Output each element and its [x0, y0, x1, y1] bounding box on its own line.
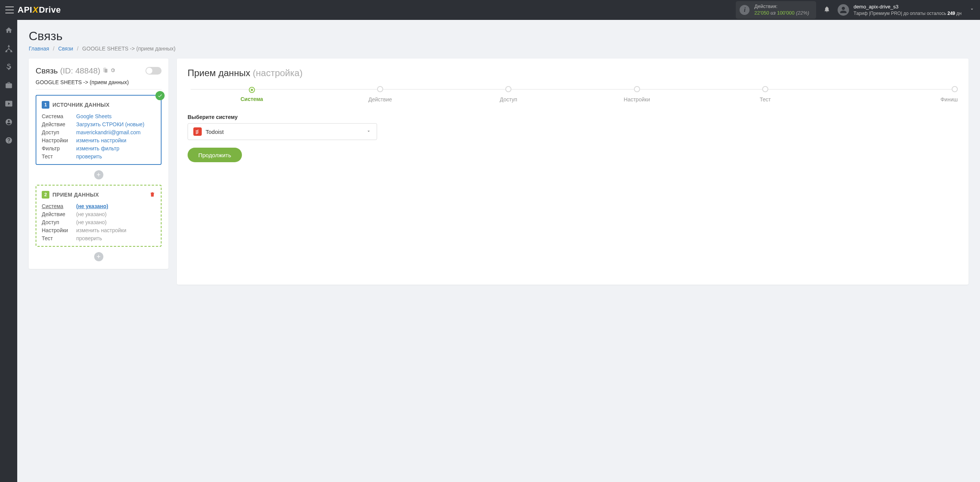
actions-used: 22'050: [754, 10, 769, 16]
dst-title: ПРИЕМ ДАННЫХ: [52, 192, 99, 198]
step-access[interactable]: Доступ: [444, 86, 573, 103]
system-select[interactable]: Todoist: [188, 123, 377, 140]
nav-briefcase-icon[interactable]: [0, 79, 17, 92]
logo[interactable]: APIXDrive: [18, 5, 61, 15]
nav-billing-icon[interactable]: [0, 60, 17, 73]
config-panel: Прием данных (настройка) Система Действи…: [177, 59, 969, 285]
user-menu[interactable]: demo_apix-drive_s3 Тариф |Премиум PRO| д…: [838, 3, 975, 16]
dst-system-value[interactable]: (не указано): [76, 203, 108, 209]
avatar-icon: [838, 4, 849, 16]
source-block: 1 ИСТОЧНИК ДАННЫХ Система Google Sheets …: [36, 95, 162, 165]
crumb-links[interactable]: Связи: [58, 46, 73, 52]
actions-total: 100'000: [777, 10, 795, 16]
step-finish[interactable]: Финиш: [830, 86, 958, 103]
panel-title-text: Связь: [36, 66, 58, 75]
system-select-value: Todoist: [206, 129, 362, 135]
src-action-value[interactable]: Загрузить СТРОКИ (новые): [76, 121, 144, 127]
dst-system-label: Система: [42, 203, 76, 209]
system-select-label: Выберите систему: [188, 114, 958, 120]
source-num: 1: [42, 101, 49, 109]
dst-action-value: (не указано): [76, 211, 155, 217]
notifications-icon[interactable]: [820, 6, 834, 15]
info-icon: i: [740, 5, 750, 15]
page-title: Связь: [29, 29, 969, 43]
chevron-down-icon: [366, 129, 371, 135]
actions-pct: (22%): [796, 10, 809, 16]
dst-access-label: Доступ: [42, 219, 76, 225]
nav-help-icon[interactable]: [0, 134, 17, 147]
continue-button[interactable]: Продолжить: [188, 148, 242, 162]
delete-icon[interactable]: [149, 191, 155, 199]
copy-icon[interactable]: [103, 67, 108, 74]
src-access-value[interactable]: maverickandrii@gmail.com: [76, 129, 140, 135]
step-system[interactable]: Система: [188, 86, 316, 102]
logo-x: X: [32, 5, 39, 15]
check-icon: [155, 91, 165, 100]
nav-video-icon[interactable]: [0, 97, 17, 110]
logo-text-post: Drive: [39, 5, 61, 15]
src-filter-label: Фильтр: [42, 145, 76, 151]
step-tracker: Система Действие Доступ Настройки Тест Ф…: [188, 86, 958, 103]
nav-profile-icon[interactable]: [0, 116, 17, 129]
user-name: demo_apix-drive_s3: [854, 3, 962, 10]
menu-toggle[interactable]: [5, 7, 14, 13]
gear-icon[interactable]: [110, 67, 116, 74]
connection-panel: Связь (ID: 48848) GOOGLE SHEETS -> (прие…: [29, 59, 168, 269]
src-access-label: Доступ: [42, 129, 76, 135]
actions-counter[interactable]: i Действия: 22'050 из 100'000 (22%): [736, 1, 816, 19]
step-test[interactable]: Тест: [701, 86, 829, 103]
actions-label: Действия:: [754, 3, 809, 10]
dst-access-value: (не указано): [76, 219, 155, 225]
tariff-text: Тариф |Премиум PRO| до оплаты осталось 2…: [854, 10, 962, 16]
panel-id: (ID: 48848): [60, 66, 100, 75]
svg-point-1: [6, 50, 7, 51]
panel-subtitle: GOOGLE SHEETS -> (прием данных): [36, 79, 162, 90]
crumb-current: GOOGLE SHEETS -> (прием данных): [82, 46, 176, 52]
add-destination-button[interactable]: +: [94, 252, 103, 261]
src-test-value[interactable]: проверить: [76, 153, 102, 160]
dst-num: 2: [42, 191, 49, 199]
add-source-button[interactable]: +: [94, 170, 103, 179]
crumb-home[interactable]: Главная: [29, 46, 49, 52]
dst-test-value[interactable]: проверить: [76, 235, 155, 241]
nav-connections-icon[interactable]: [0, 42, 17, 55]
src-settings-label: Настройки: [42, 137, 76, 143]
svg-point-2: [10, 50, 11, 51]
svg-point-0: [8, 46, 9, 47]
chevron-down-icon: [969, 7, 975, 13]
step-action[interactable]: Действие: [316, 86, 444, 103]
dst-settings-label: Настройки: [42, 227, 76, 233]
sidebar: [0, 20, 17, 294]
dst-settings-value[interactable]: изменить настройки: [76, 227, 155, 233]
destination-block: 2 ПРИЕМ ДАННЫХ Система (не указано) Дейс…: [36, 185, 162, 247]
dst-test-label: Тест: [42, 235, 76, 241]
actions-iz: из: [771, 10, 776, 16]
breadcrumb: Главная / Связи / GOOGLE SHEETS -> (прие…: [29, 46, 969, 52]
src-test-label: Тест: [42, 153, 76, 160]
src-action-label: Действие: [42, 121, 76, 127]
src-system-label: Система: [42, 113, 76, 119]
top-header: APIXDrive i Действия: 22'050 из 100'000 …: [0, 0, 980, 20]
config-title: Прием данных (настройка): [188, 68, 958, 78]
nav-home-icon[interactable]: [0, 24, 17, 37]
logo-text-pre: API: [18, 5, 32, 15]
source-title: ИСТОЧНИК ДАННЫХ: [52, 102, 109, 108]
src-settings-value[interactable]: изменить настройки: [76, 137, 126, 143]
step-settings[interactable]: Настройки: [573, 86, 701, 103]
src-system-value[interactable]: Google Sheets: [76, 113, 112, 119]
enable-toggle[interactable]: [145, 67, 162, 75]
todoist-icon: [193, 127, 202, 136]
dst-action-label: Действие: [42, 211, 76, 217]
src-filter-value[interactable]: изменить фильтр: [76, 145, 119, 151]
